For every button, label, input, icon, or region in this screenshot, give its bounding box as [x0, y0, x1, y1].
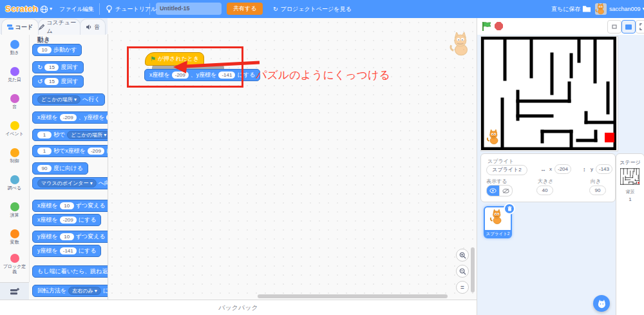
category-item[interactable]: 演算 — [0, 196, 29, 224]
palette-block[interactable]: x座標を10ずつ変える — [32, 200, 108, 212]
file-menu[interactable]: ファイル — [59, 0, 83, 18]
block-number-input[interactable]: -209 — [60, 114, 77, 121]
folder-icon[interactable] — [582, 5, 591, 12]
palette-block[interactable]: 10歩動かす — [32, 44, 82, 56]
palette-block[interactable]: 回転方法を左右のみ ▾にする — [32, 285, 108, 297]
category-item[interactable]: ブロック定義 — [0, 251, 29, 278]
palette-block[interactable]: もし端に着いたら、跳ね返る — [32, 265, 108, 278]
tab-bar: コード コスチューム 音 — [0, 18, 108, 34]
menubar: Scratch ▾ ファイル 編集 チュートリアル Untitled-15 共有… — [0, 0, 644, 18]
block-dropdown[interactable]: どこかの場所 ▾ — [37, 95, 80, 104]
delete-sprite-button[interactable] — [504, 203, 515, 215]
block-number-input[interactable]: 1 — [37, 148, 52, 155]
block-text: ずつ変える — [76, 233, 106, 241]
palette-block[interactable]: マウスのポインター ▾へ向ける — [32, 177, 108, 189]
stage[interactable] — [480, 36, 618, 151]
zoom-reset-button[interactable]: = — [456, 281, 469, 294]
stop-button[interactable] — [495, 22, 503, 30]
block-text: へ向ける — [99, 179, 108, 187]
save-now-button[interactable]: 直ちに保存 — [551, 0, 580, 18]
palette-block[interactable]: 1秒でどこかの場所 ▾へ行く — [32, 129, 108, 141]
block-dropdown[interactable]: マウスのポインター ▾ — [37, 179, 97, 187]
category-item[interactable]: 音 — [0, 88, 29, 115]
category-item[interactable]: 変数 — [0, 224, 29, 251]
fullscreen-button[interactable] — [636, 20, 644, 33]
sprite-card-name: スプライト2 — [485, 230, 511, 237]
zoom-out-button[interactable] — [456, 265, 469, 278]
block-number-input[interactable]: 10 — [37, 46, 52, 53]
show-sprite-button[interactable] — [486, 185, 500, 196]
reload-icon: ↻ — [273, 0, 278, 18]
block-number-input[interactable]: 15 — [44, 78, 59, 85]
normal-stage-button[interactable] — [621, 20, 636, 33]
palette-block[interactable]: ↻15度回す — [32, 61, 84, 73]
cat-sprite[interactable] — [486, 129, 502, 148]
block-text: y座標を — [37, 247, 58, 255]
category-item[interactable]: 見た目 — [0, 61, 29, 88]
username-label: sacchan009 — [609, 0, 641, 18]
block-number-input[interactable]: -141 — [106, 114, 108, 121]
palette-block[interactable]: ↺15度回す — [32, 75, 84, 88]
block-number-input[interactable]: 10 — [60, 233, 74, 240]
account-menu[interactable]: sacchan009 ▾ — [609, 0, 644, 18]
block-number-input[interactable]: 10 — [60, 202, 74, 209]
palette-block[interactable]: x座標を-209にする — [32, 214, 101, 226]
small-stage-button[interactable] — [607, 20, 621, 33]
sprite-info-panel: スプライト スプライト2 ↔ x -204 ↕ y -143 表示する 大きさ … — [480, 153, 616, 202]
sprite-card-selected[interactable]: スプライト2 — [484, 206, 512, 238]
add-extension-button[interactable] — [0, 282, 29, 300]
block-number-input[interactable]: 15 — [44, 64, 59, 71]
backdrop-count: 1 — [616, 196, 644, 202]
annotation-text: パズルのようにくっつける — [256, 68, 390, 82]
add-sprite-button[interactable] — [593, 295, 610, 312]
sprite-direction-input[interactable]: 90 — [589, 186, 606, 195]
green-flag-button[interactable] — [482, 21, 492, 32]
category-item[interactable]: 動き — [0, 34, 29, 61]
language-menu[interactable]: ▾ — [40, 0, 52, 18]
horizontal-scrollbar[interactable] — [258, 294, 448, 298]
stage-selector-panel[interactable]: ステージ 背景 1 — [616, 153, 644, 315]
palette-block[interactable]: 90度に向ける — [32, 162, 88, 175]
block-dropdown[interactable]: 左右のみ ▾ — [68, 287, 101, 295]
block-palette: 動き 10歩動かす↻15度回す↺15度回すどこかの場所 ▾へ行くx座標を-209… — [29, 34, 108, 300]
backdrop-thumbnail[interactable] — [620, 168, 639, 185]
block-number-input[interactable]: 1 — [37, 131, 52, 138]
palette-block[interactable]: 1秒でx座標を-209に、y座標を-141に変える — [32, 145, 108, 157]
backpack-bar[interactable]: バックパック — [0, 300, 477, 315]
edit-menu[interactable]: 編集 — [82, 0, 94, 18]
avatar[interactable] — [595, 3, 607, 15]
share-button[interactable]: 共有する — [227, 3, 263, 15]
sprite-y-input[interactable]: -143 — [596, 164, 612, 174]
sprite-size-input[interactable]: 40 — [536, 186, 553, 195]
zoom-in-button[interactable] — [456, 249, 469, 262]
category-color-dot — [10, 148, 19, 157]
code-canvas[interactable]: ⚑が押されたとき x座標を-209、y座標を-141にする パズルのようにくっつ… — [108, 18, 477, 300]
zoom-out-icon — [459, 268, 466, 275]
palette-block[interactable]: y座標を10ずつ変える — [32, 231, 108, 243]
block-number-input[interactable]: 90 — [37, 165, 52, 172]
tab-code[interactable]: コード — [1, 19, 39, 35]
sprite-x-input[interactable]: -204 — [554, 164, 571, 174]
palette-block[interactable]: x座標を-209、y座標を-141にする — [32, 111, 108, 124]
sprite-name-input[interactable]: スプライト2 — [486, 165, 527, 175]
block-number-input[interactable]: -141 — [60, 247, 77, 254]
palette-block[interactable]: どこかの場所 ▾へ行く — [32, 93, 105, 106]
block-dropdown[interactable]: どこかの場所 ▾ — [67, 131, 108, 139]
category-color-dot — [10, 94, 19, 103]
speaker-icon — [86, 24, 92, 30]
normal-stage-icon — [625, 24, 632, 30]
tab-sounds[interactable]: 音 — [80, 19, 106, 35]
hide-sprite-button[interactable] — [500, 185, 513, 196]
project-page-button[interactable]: ↻ プロジェクトページを見る — [273, 0, 352, 18]
category-item[interactable]: 制御 — [0, 142, 29, 169]
vertical-scrollbar[interactable] — [471, 247, 475, 292]
block-number-input[interactable]: -209 — [60, 216, 77, 224]
block-text: 度回す — [61, 77, 78, 86]
project-name-input[interactable]: Untitled-15 — [156, 3, 222, 15]
category-item[interactable]: 調べる — [0, 169, 29, 196]
tab-costumes[interactable]: コスチューム — [38, 19, 80, 35]
scratch-logo[interactable]: Scratch — [5, 0, 38, 18]
palette-block[interactable]: y座標を-141にする — [32, 245, 101, 257]
block-number-input[interactable]: -209 — [88, 148, 104, 155]
category-item[interactable]: イベント — [0, 115, 29, 142]
